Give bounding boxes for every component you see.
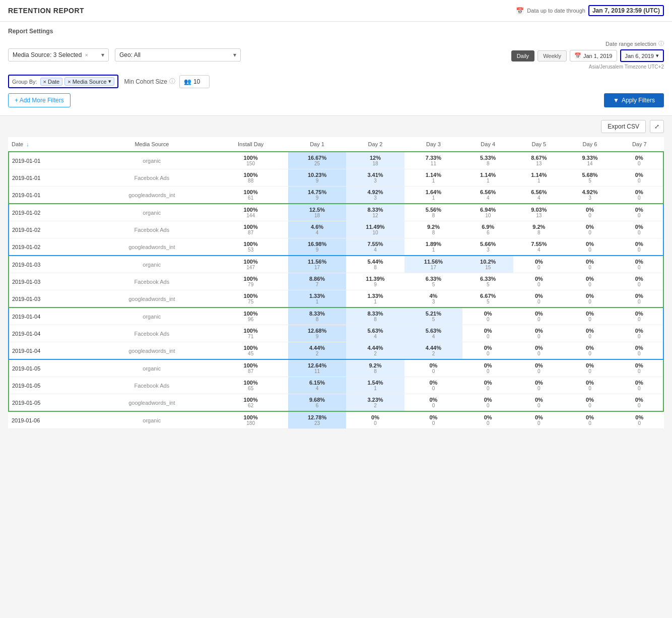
cell-day6: 5.68% 5: [564, 169, 615, 187]
cell-day7: 0% 0: [616, 411, 663, 429]
cell-source: googleadwords_int: [90, 187, 213, 204]
date-tag: × Date: [40, 78, 63, 86]
date-range-container: Date range selection ⓘ Daily Weekly 📅 Ja…: [511, 40, 664, 70]
media-source-tag-remove[interactable]: ×: [68, 79, 71, 85]
cell-day5: 8.67% 13: [513, 152, 564, 169]
cell-day3: 5.56% 8: [405, 204, 462, 221]
cell-day5: 0% 0: [513, 256, 564, 273]
cell-day4: 0% 0: [462, 325, 513, 342]
table-row: 2019-01-01 organic 100% 150 16.67% 25 12…: [9, 152, 663, 169]
cell-source: Facebook Ads: [90, 377, 213, 394]
col-media-source: Media Source: [90, 137, 213, 152]
cell-day4: 0% 0: [462, 342, 513, 360]
table-row: 2019-01-03 googleadwords_int 100% 75 1.3…: [9, 290, 663, 308]
cell-install: 100% 61: [214, 187, 288, 204]
col-day4: Day 4: [462, 137, 513, 152]
date-tag-remove[interactable]: ×: [43, 79, 46, 85]
cell-day2: 3.41% 3: [346, 169, 404, 187]
cell-day6: 0% 0: [564, 342, 615, 360]
report-settings-label: Report Settings: [8, 28, 664, 35]
cell-day5: 0% 0: [513, 325, 564, 342]
cell-day6: 0% 0: [564, 307, 615, 325]
cell-day7: 0% 0: [616, 342, 663, 360]
table-controls: Export CSV ⤢: [0, 116, 672, 137]
table-row: 2019-01-05 organic 100% 87 12.64% 11 9.2…: [9, 359, 663, 377]
cell-day2: 11.49% 10: [346, 221, 404, 238]
media-source-arrow: ▾: [101, 51, 104, 58]
cell-day2: 4.92% 3: [346, 187, 404, 204]
cell-day7: 0% 0: [616, 307, 663, 325]
media-source-clear[interactable]: ×: [85, 52, 88, 58]
cell-day7: 0% 0: [616, 377, 663, 394]
cell-source: Facebook Ads: [90, 221, 213, 238]
table-row: 2019-01-05 googleadwords_int 100% 62 9.6…: [9, 394, 663, 412]
cell-day2: 1.33% 1: [346, 290, 404, 308]
table-row: 2019-01-06 organic 100% 180 12.78% 23 0%…: [9, 411, 663, 429]
table-row: 2019-01-03 Facebook Ads 100% 79 8.86% 7 …: [9, 273, 663, 290]
cell-source: googleadwords_int: [90, 290, 213, 308]
cohort-size-container: Min Cohort Size ⓘ 👥 10: [124, 75, 210, 88]
cell-install: 100% 96: [214, 307, 288, 325]
col-install-day: Install Day: [214, 137, 288, 152]
date-range-buttons: Daily Weekly 📅 Jan 1, 2019 Jan 6, 2019 ▾: [511, 49, 664, 62]
report-settings-panel: Report Settings Media Source: 3 Selected…: [0, 22, 672, 116]
media-source-tag: × Media Source ▾: [64, 77, 114, 86]
cell-source: organic: [90, 204, 213, 221]
cell-day2: 1.54% 1: [346, 377, 404, 394]
cell-day2: 7.55% 4: [346, 238, 404, 256]
cell-day4: 5.33% 8: [462, 152, 513, 169]
cell-day3: 0% 0: [405, 359, 462, 377]
filters-row-1: Media Source: 3 Selected × ▾ Geo: All ▾ …: [8, 40, 664, 70]
cell-day2: 3.23% 2: [346, 394, 404, 412]
media-source-filter[interactable]: Media Source: 3 Selected × ▾: [8, 48, 109, 61]
cell-day4: 6.9% 6: [462, 221, 513, 238]
cell-day4: 1.14% 1: [462, 169, 513, 187]
cell-source: Facebook Ads: [90, 169, 213, 187]
expand-button[interactable]: ⤢: [650, 120, 664, 133]
cell-day3: 5.21% 5: [405, 307, 462, 325]
cell-day2: 9.2% 8: [346, 359, 404, 377]
cell-day4: 6.94% 10: [462, 204, 513, 221]
geo-filter[interactable]: Geo: All ▾: [115, 48, 241, 61]
cohort-input[interactable]: 👥 10: [179, 75, 210, 88]
cell-source: googleadwords_int: [90, 238, 213, 256]
cell-source: organic: [90, 307, 213, 325]
cell-day6: 9.33% 14: [564, 152, 615, 169]
apply-filters-button[interactable]: ▼ Apply Filters: [604, 93, 664, 107]
cell-day1: 12.78% 23: [288, 411, 346, 429]
media-source-tag-arrow: ▾: [108, 78, 111, 85]
weekly-button[interactable]: Weekly: [537, 50, 567, 61]
cohort-label: Min Cohort Size ⓘ: [124, 77, 175, 86]
cell-day2: 0% 0: [346, 411, 404, 429]
col-day6: Day 6: [564, 137, 615, 152]
calendar-icon: 📅: [516, 7, 524, 15]
daily-button[interactable]: Daily: [511, 50, 534, 61]
cell-day5: 9.03% 13: [513, 204, 564, 221]
cell-date: 2019-01-03: [9, 290, 90, 308]
cell-day6: 0% 0: [564, 204, 615, 221]
cell-day7: 0% 0: [616, 256, 663, 273]
cell-date: 2019-01-05: [9, 377, 90, 394]
end-date-picker[interactable]: Jan 6, 2019 ▾: [620, 49, 664, 62]
cell-day4: 0% 0: [462, 411, 513, 429]
cell-install: 100% 65: [214, 377, 288, 394]
date-range-info: ⓘ: [658, 40, 664, 47]
expand-icon: ⤢: [654, 123, 659, 130]
calendar-start-icon: 📅: [574, 52, 581, 59]
cell-day2: 8.33% 12: [346, 204, 404, 221]
cell-day6: 0% 0: [564, 359, 615, 377]
cell-day6: 4.92% 3: [564, 187, 615, 204]
cell-install: 100% 53: [214, 238, 288, 256]
cell-day1: 8.33% 8: [288, 307, 346, 325]
cell-date: 2019-01-02: [9, 204, 90, 221]
cell-date: 2019-01-01: [9, 187, 90, 204]
start-date-picker[interactable]: 📅 Jan 1, 2019: [570, 50, 617, 61]
col-date[interactable]: Date ↓: [9, 137, 90, 152]
table-header-row: Date ↓ Media Source Install Day Day 1 Da…: [9, 137, 663, 152]
cell-day4: 0% 0: [462, 377, 513, 394]
add-filters-button[interactable]: + Add More Filters: [8, 93, 71, 107]
export-csv-button[interactable]: Export CSV: [601, 120, 646, 133]
cell-date: 2019-01-05: [9, 359, 90, 377]
cell-day1: 10.23% 9: [288, 169, 346, 187]
media-source-tag-label: Media Source: [73, 79, 107, 85]
